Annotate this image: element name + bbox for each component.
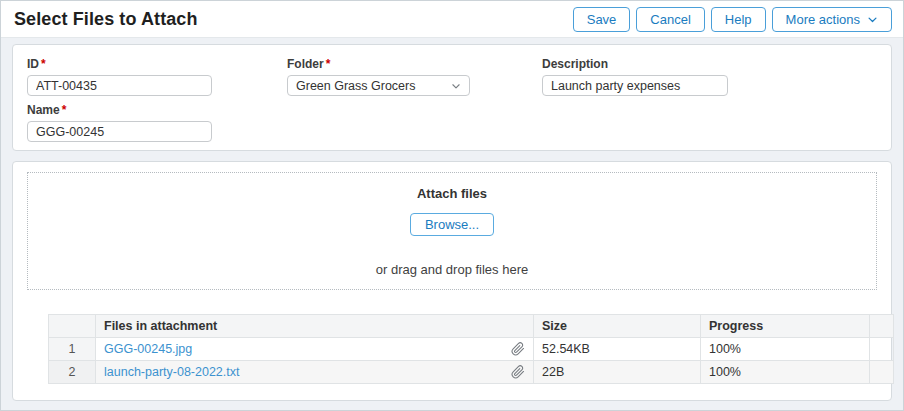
- row-number-column-header: [49, 315, 96, 338]
- table-row: 1 GGG-00245.jpg 52.54KB 100%: [49, 338, 894, 361]
- name-field-label: Name*: [27, 103, 212, 117]
- record-fields-panel: ID* Folder* Green Grass Grocers Descript…: [12, 44, 892, 151]
- attach-files-panel: Attach files Browse... or drag and drop …: [12, 161, 892, 401]
- required-marker: *: [326, 57, 331, 71]
- file-cell: GGG-00245.jpg: [96, 338, 534, 361]
- folder-select-value: Green Grass Grocers: [296, 79, 415, 93]
- page-title: Select Files to Attach: [14, 9, 198, 30]
- file-cell: launch-party-08-2022.txt: [96, 361, 534, 384]
- folder-field-label: Folder*: [287, 57, 470, 71]
- field-row-2: Name*: [27, 103, 877, 142]
- name-field-group: Name*: [27, 103, 212, 142]
- name-label-text: Name: [27, 103, 60, 117]
- help-button-label: Help: [725, 12, 752, 27]
- cancel-button[interactable]: Cancel: [636, 7, 704, 32]
- folder-label-text: Folder: [287, 57, 324, 71]
- save-button-label: Save: [587, 12, 617, 27]
- name-field[interactable]: [27, 121, 212, 142]
- files-table-header-row: Files in attachment Size Progress: [49, 315, 894, 338]
- save-button[interactable]: Save: [573, 7, 631, 32]
- select-files-to-attach-page: Select Files to Attach Save Cancel Help …: [0, 0, 904, 411]
- header-bar: Select Files to Attach Save Cancel Help …: [1, 1, 903, 38]
- chevron-down-icon: [867, 14, 878, 25]
- files-column-header: Files in attachment: [96, 315, 534, 338]
- files-table-wrap: Files in attachment Size Progress 1 GGG-…: [48, 314, 863, 384]
- file-progress: 100%: [701, 338, 870, 361]
- progress-column-header: Progress: [701, 315, 870, 338]
- row-number: 1: [49, 338, 96, 361]
- file-link[interactable]: launch-party-08-2022.txt: [104, 365, 240, 379]
- file-progress: 100%: [701, 361, 870, 384]
- files-table: Files in attachment Size Progress 1 GGG-…: [48, 314, 894, 384]
- required-marker: *: [41, 57, 46, 71]
- more-actions-button-label: More actions: [786, 12, 860, 27]
- table-row: 2 launch-party-08-2022.txt 22B 100%: [49, 361, 894, 384]
- help-button[interactable]: Help: [711, 7, 766, 32]
- end-cell: [870, 338, 894, 361]
- drag-drop-hint: or drag and drop files here: [376, 262, 528, 277]
- required-marker: *: [62, 103, 67, 117]
- cancel-button-label: Cancel: [650, 12, 690, 27]
- paperclip-icon[interactable]: [511, 365, 525, 379]
- description-field[interactable]: [542, 75, 728, 96]
- file-link[interactable]: GGG-00245.jpg: [104, 342, 192, 356]
- field-row-1: ID* Folder* Green Grass Grocers Descript…: [27, 57, 877, 96]
- file-size: 22B: [534, 361, 701, 384]
- paperclip-icon[interactable]: [511, 342, 525, 356]
- file-dropzone[interactable]: Attach files Browse... or drag and drop …: [27, 172, 877, 290]
- row-number: 2: [49, 361, 96, 384]
- size-column-header: Size: [534, 315, 701, 338]
- folder-field-group: Folder* Green Grass Grocers: [287, 57, 470, 96]
- folder-select[interactable]: Green Grass Grocers: [287, 75, 470, 96]
- file-size: 52.54KB: [534, 338, 701, 361]
- end-cell: [870, 361, 894, 384]
- id-field[interactable]: [27, 75, 212, 96]
- toolbar: Save Cancel Help More actions: [573, 7, 892, 32]
- description-field-group: Description: [542, 57, 728, 96]
- id-field-label: ID*: [27, 57, 212, 71]
- chevron-down-icon: [451, 81, 461, 91]
- attach-files-title: Attach files: [417, 186, 487, 201]
- browse-button[interactable]: Browse...: [410, 213, 494, 236]
- id-label-text: ID: [27, 57, 39, 71]
- more-actions-button[interactable]: More actions: [772, 7, 892, 32]
- id-field-group: ID*: [27, 57, 212, 96]
- description-field-label: Description: [542, 57, 728, 71]
- end-column-header: [870, 315, 894, 338]
